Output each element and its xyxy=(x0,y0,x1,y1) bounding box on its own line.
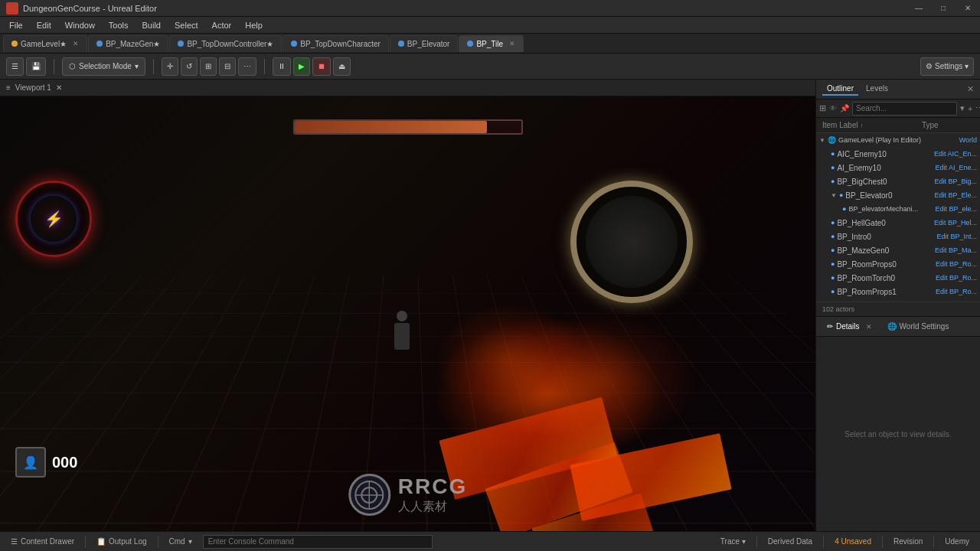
eject-btn[interactable]: ⏏ xyxy=(333,57,351,76)
pin-icon[interactable]: 📌 xyxy=(840,104,849,112)
player-character xyxy=(390,311,413,349)
grid-btn[interactable]: ⊟ xyxy=(219,57,236,76)
options-icon[interactable]: ⋯ xyxy=(975,103,980,113)
content-drawer-btn[interactable]: ☰ Content Drawer xyxy=(6,537,79,546)
menubar: File Edit Window Tools Build Select Acto… xyxy=(0,17,980,34)
stop-btn[interactable]: ⏹ xyxy=(312,57,331,76)
toolbar-sep2 xyxy=(153,59,154,74)
toolbar-menu-btn[interactable]: ☰ xyxy=(6,57,24,76)
edit-link[interactable]: Edit BP_Ro... xyxy=(936,274,977,282)
search-dropdown-icon[interactable]: ▾ xyxy=(960,103,965,113)
tab-tile[interactable]: BP_Tile ✕ xyxy=(459,35,524,52)
menu-edit[interactable]: Edit xyxy=(31,19,57,31)
outliner-close-icon[interactable]: ✕ xyxy=(967,84,974,94)
selection-mode-button[interactable]: ⬡ Selection Mode ▾ xyxy=(62,57,145,76)
outliner-item-aicenemy10[interactable]: ● AIC_Enemy10 Edit AIC_En... xyxy=(816,147,980,161)
eye-icon[interactable]: 👁 xyxy=(829,104,837,112)
edit-link[interactable]: Edit AIC_En... xyxy=(934,150,977,158)
tab-label: BP_TopDownController★ xyxy=(187,40,273,48)
edit-link[interactable]: Edit BP_ele... xyxy=(935,205,977,213)
outliner-item-bigchest[interactable]: ● BP_BigChest0 Edit BP_Big... xyxy=(816,174,980,188)
details-header: ✏ Details ✕ 🌐 World Settings xyxy=(816,317,980,337)
char-head xyxy=(397,311,407,321)
details-tab[interactable]: ✏ Details ✕ xyxy=(822,321,877,332)
item-type: World xyxy=(959,136,977,144)
menu-file[interactable]: File xyxy=(3,19,29,31)
edit-link[interactable]: Edit BP_Ma... xyxy=(935,246,977,254)
tab-close[interactable]: ✕ xyxy=(73,40,79,47)
outliner-list: ▼ 🌐 GameLevel (Play In Editor) World ● A… xyxy=(816,133,980,302)
play-btn[interactable]: ▶ xyxy=(293,57,310,76)
edit-link[interactable]: Edit BP_Hel... xyxy=(934,219,977,227)
globe-icon: 🌐 xyxy=(887,322,897,331)
scale-tool-btn[interactable]: ⊞ xyxy=(200,57,217,76)
toolbar-save-btn[interactable]: 💾 xyxy=(26,57,46,76)
derived-data-btn[interactable]: Derived Data xyxy=(763,537,817,546)
cmd-dropdown-icon[interactable]: ▾ xyxy=(188,537,192,546)
outliner-item-intro[interactable]: ● BP_Intro0 Edit BP_Int... xyxy=(816,230,980,243)
levels-tab[interactable]: Levels xyxy=(861,83,893,96)
rrcg-logo-svg xyxy=(354,480,384,510)
pause-btn[interactable]: ⏸ xyxy=(273,57,291,76)
filter-icon[interactable]: ⊞ xyxy=(819,103,826,113)
edit-link[interactable]: Edit BP_Ro... xyxy=(936,288,977,295)
menu-window[interactable]: Window xyxy=(59,19,101,31)
menu-select[interactable]: Select xyxy=(168,19,204,31)
revision-btn[interactable]: Revision xyxy=(889,537,927,546)
outliner-item-elevmechani[interactable]: ● BP_elevatorMechani... Edit BP_ele... xyxy=(816,202,980,216)
menu-tools[interactable]: Tools xyxy=(103,19,135,31)
world-settings-tab[interactable]: 🌐 World Settings xyxy=(883,321,954,332)
viewport-close-icon[interactable]: ✕ xyxy=(56,83,62,92)
edit-link[interactable]: Edit BP_Big... xyxy=(934,178,977,185)
menu-build[interactable]: Build xyxy=(136,19,167,31)
outliner-item-aienemy10[interactable]: ● AI_Enemy10 Edit AI_Ene... xyxy=(816,161,980,174)
tab-topdowncharacter[interactable]: BP_TopDownCharacter xyxy=(283,35,389,52)
outliner-search-input[interactable] xyxy=(852,102,957,116)
edit-link[interactable]: Edit BP_Ele... xyxy=(934,191,977,199)
drawer-icon: ☰ xyxy=(11,537,18,546)
edit-link[interactable]: Edit BP_Ro... xyxy=(936,260,977,268)
viewport[interactable]: ≡ Viewport 1 ✕ xyxy=(0,80,815,531)
toolbar-sep3 xyxy=(264,59,265,74)
console-command-input[interactable] xyxy=(203,535,433,549)
tab-gamelevel[interactable]: GameLevel★ ✕ xyxy=(3,35,87,52)
menu-actor[interactable]: Actor xyxy=(206,19,238,31)
viewport-content[interactable]: ⚡ 👤 000 xyxy=(0,96,815,531)
outliner-item-gamelevel[interactable]: ▼ 🌐 GameLevel (Play In Editor) World xyxy=(816,133,980,147)
outliner-item-mazegen[interactable]: ● BP_MazeGen0 Edit BP_Ma... xyxy=(816,243,980,257)
trace-btn[interactable]: Trace ▾ xyxy=(716,537,750,546)
derived-data-label: Derived Data xyxy=(768,537,812,546)
tab-close-icon[interactable]: ✕ xyxy=(509,40,515,47)
titlebar: DungeonGenCourse - Unreal Editor — □ ✕ xyxy=(0,0,980,17)
close-button[interactable]: ✕ xyxy=(956,0,980,17)
edit-link[interactable]: Edit BP_Int... xyxy=(936,233,977,240)
item-label: BP_MazeGen0 xyxy=(837,246,889,255)
details-close-icon[interactable]: ✕ xyxy=(866,323,872,331)
outliner-item-roomprops1[interactable]: ● BP_RoomProps1 Edit BP_Ro... xyxy=(816,285,980,298)
unsaved-btn[interactable]: 4 Unsaved xyxy=(830,537,876,546)
outliner-item-roomprops0[interactable]: ● BP_RoomProps0 Edit BP_Ro... xyxy=(816,257,980,271)
output-log-btn[interactable]: 📋 Output Log xyxy=(92,537,151,546)
minimize-button[interactable]: — xyxy=(906,0,931,17)
health-bar-fill xyxy=(295,121,488,133)
outliner-item-hellgate[interactable]: ● BP_HellGate0 Edit BP_Hel... xyxy=(816,216,980,230)
toolbar-transform-group: ✛ ↺ ⊞ ⊟ ⋯ xyxy=(162,57,256,76)
watermark-brand: RRCG xyxy=(398,474,467,499)
menu-help[interactable]: Help xyxy=(239,19,269,31)
rotate-tool-btn[interactable]: ↺ xyxy=(181,57,198,76)
tab-topdowncontroller[interactable]: BP_TopDownController★ xyxy=(169,35,282,52)
window-controls[interactable]: — □ ✕ xyxy=(906,0,980,17)
panel-tabs: Outliner Levels xyxy=(822,83,893,96)
move-tool-btn[interactable]: ✛ xyxy=(162,57,178,76)
tab-mazegen[interactable]: BP_MazeGen★ xyxy=(88,35,168,52)
outliner-item-roomtorch0[interactable]: ● BP_RoomTorch0 Edit BP_Ro... xyxy=(816,271,980,285)
edit-link[interactable]: Edit AI_Ene... xyxy=(935,164,977,171)
add-icon[interactable]: + xyxy=(968,104,972,113)
tab-elevator[interactable]: BP_Elevator xyxy=(390,35,459,52)
outliner-tab[interactable]: Outliner xyxy=(822,83,858,96)
expand-icon: ▼ xyxy=(819,137,825,144)
maximize-button[interactable]: □ xyxy=(931,0,956,17)
settings-button[interactable]: ⚙ Settings ▾ xyxy=(920,57,974,76)
more-tools-btn[interactable]: ⋯ xyxy=(238,57,256,76)
outliner-item-elevator[interactable]: ▼ ● BP_Elevator0 Edit BP_Ele... xyxy=(816,188,980,202)
